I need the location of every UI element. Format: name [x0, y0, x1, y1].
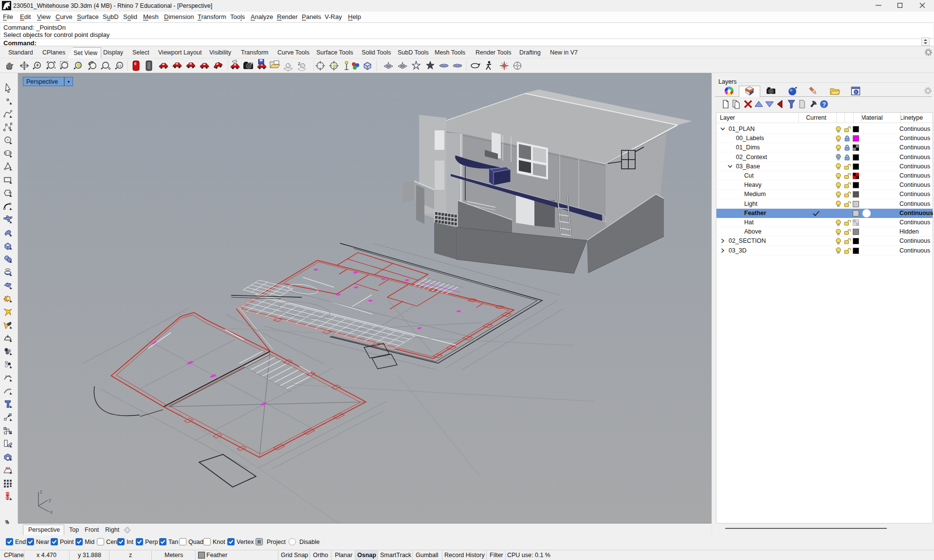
svg-text:?: ?	[823, 101, 826, 108]
svg-text:x: x	[50, 509, 53, 515]
svg-text:1:1: 1:1	[118, 64, 122, 67]
svg-text:2: 2	[298, 61, 300, 66]
svg-text:?: ?	[855, 90, 857, 94]
svg-text:z: z	[40, 489, 42, 494]
svg-text:y: y	[49, 497, 51, 503]
